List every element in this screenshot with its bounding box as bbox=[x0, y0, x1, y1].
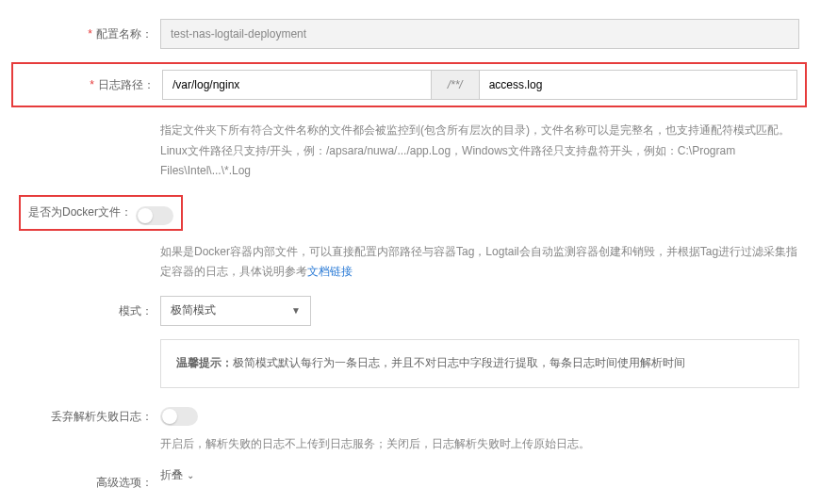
docker-file-help-row: 如果是Docker容器内部文件，可以直接配置内部路径与容器Tag，Logtail… bbox=[19, 236, 799, 283]
docker-file-doc-link[interactable]: 文档链接 bbox=[307, 265, 353, 278]
docker-file-label: 是否为Docker文件： bbox=[28, 204, 132, 220]
docker-file-help: 如果是Docker容器内部文件，可以直接配置内部路径与容器Tag，Logtail… bbox=[160, 242, 799, 283]
mode-select-value: 极简模式 bbox=[171, 302, 216, 318]
log-path-help: 指定文件夹下所有符合文件名称的文件都会被监控到(包含所有层次的目录)，文件名称可… bbox=[160, 121, 799, 182]
discard-fail-toggle[interactable] bbox=[160, 407, 198, 426]
chevron-down-icon: ⌄ bbox=[187, 470, 194, 480]
docker-file-toggle[interactable] bbox=[136, 206, 173, 225]
docker-file-help-text: 如果是Docker容器内部文件，可以直接配置内部路径与容器Tag，Logtail… bbox=[160, 245, 797, 279]
required-marker: * bbox=[88, 27, 92, 41]
advanced-label: 高级选项： bbox=[19, 467, 160, 491]
log-path-dir-input[interactable] bbox=[162, 70, 432, 100]
log-path-content: /**/ bbox=[162, 70, 797, 100]
config-name-content bbox=[160, 19, 799, 49]
mode-label: 模式： bbox=[19, 296, 160, 319]
log-path-help-row: 指定文件夹下所有符合文件名称的文件都会被监控到(包含所有层次的目录)，文件名称可… bbox=[19, 115, 799, 182]
mode-tip-text: 极简模式默认每行为一条日志，并且不对日志中字段进行提取，每条日志时间使用解析时间 bbox=[233, 356, 685, 369]
mode-tip-label: 温馨提示： bbox=[176, 356, 233, 369]
docker-file-row: 是否为Docker文件： bbox=[19, 195, 799, 236]
log-path-label-text: 日志路径： bbox=[98, 78, 155, 91]
mode-select[interactable]: 极简模式 ▼ bbox=[160, 296, 311, 326]
advanced-row: 高级选项： 折叠 ⌄ bbox=[19, 467, 799, 491]
mode-content: 极简模式 ▼ 温馨提示：极简模式默认每行为一条日志，并且不对日志中字段进行提取，… bbox=[160, 296, 799, 388]
docker-file-highlight: 是否为Docker文件： bbox=[19, 195, 183, 231]
chevron-down-icon: ▼ bbox=[291, 305, 301, 316]
advanced-content[interactable]: 折叠 ⌄ bbox=[160, 467, 799, 483]
mode-tip-box: 温馨提示：极简模式默认每行为一条日志，并且不对日志中字段进行提取，每条日志时间使… bbox=[160, 339, 799, 388]
discard-fail-row: 丢弃解析失败日志： 开启后，解析失败的日志不上传到日志服务；关闭后，日志解析失败… bbox=[19, 401, 799, 455]
config-name-row: *配置名称： bbox=[19, 19, 799, 49]
log-path-file-input[interactable] bbox=[479, 70, 797, 100]
config-name-label: *配置名称： bbox=[19, 19, 160, 42]
log-path-label: *日志路径： bbox=[21, 70, 162, 93]
discard-fail-content: 开启后，解析失败的日志不上传到日志服务；关闭后，日志解析失败时上传原始日志。 bbox=[160, 401, 799, 455]
mode-row: 模式： 极简模式 ▼ 温馨提示：极简模式默认每行为一条日志，并且不对日志中字段进… bbox=[19, 296, 799, 388]
required-marker: * bbox=[90, 78, 94, 91]
log-path-highlight: *日志路径： /**/ bbox=[11, 62, 807, 107]
log-path-separator: /**/ bbox=[432, 70, 479, 100]
discard-fail-label: 丢弃解析失败日志： bbox=[19, 401, 160, 425]
config-name-input[interactable] bbox=[160, 19, 799, 49]
discard-fail-help: 开启后，解析失败的日志不上传到日志服务；关闭后，日志解析失败时上传原始日志。 bbox=[160, 434, 799, 455]
config-name-label-text: 配置名称： bbox=[96, 27, 153, 41]
advanced-value: 折叠 bbox=[160, 467, 183, 483]
